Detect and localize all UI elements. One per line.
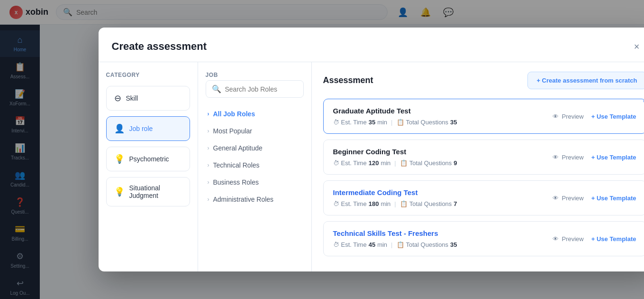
preview-label-intermediate: Preview [562,195,583,202]
est-time-label-beginner: Est. Time [341,159,367,167]
category-situational-judgment[interactable]: 💡 Situational Judgment [106,177,190,206]
card-actions-freshers: 👁 Preview + Use Template [553,235,636,243]
card-meta-beginner: ⏱ Est. Time 120 min | 📋 Total Questions … [333,159,457,167]
situational-judgment-icon: 💡 [114,187,125,197]
use-template-button-graduate[interactable]: + Use Template [591,113,636,120]
divider-graduate: | [391,119,392,126]
total-q-value-graduate: 35 [450,119,457,126]
assessment-header: Assessment + Create assessment from scra… [323,72,644,89]
est-time-freshers: ⏱ Est. Time 45 min [333,241,388,248]
calendar-icon-beginner: 📋 [400,159,408,167]
est-time-beginner: ⏱ Est. Time 120 min [333,159,391,167]
est-time-value-beginner: 120 [369,159,379,167]
chevron-popular-icon: › [208,128,209,134]
assessment-card-graduate-aptitude: Graduate Aptitude Test ⏱ Est. Time 35 mi… [323,99,644,134]
job-search-icon: 🔍 [212,84,221,93]
card-name-beginner: Beginner Coding Test [333,148,457,156]
preview-button-freshers[interactable]: 👁 Preview [553,235,583,243]
est-time-value-freshers: 45 [369,241,375,248]
min-label-beginner: min [381,159,390,167]
est-time-label-intermediate: Est. Time [341,200,367,207]
preview-button-beginner[interactable]: 👁 Preview [553,154,583,161]
total-q-beginner: 📋 Total Questions 9 [400,159,457,167]
total-q-value-intermediate: 7 [454,200,457,207]
category-panel: Category ⊖ Skill 👤 Job role 💡 Psychometr… [99,62,198,271]
modal-close-button[interactable]: × [629,39,644,54]
category-job-role-label: Job role [129,125,153,132]
card-meta-freshers: ⏱ Est. Time 45 min | 📋 Total Questions 3… [333,241,457,248]
total-q-freshers: 📋 Total Questions 35 [397,241,457,248]
preview-button-graduate[interactable]: 👁 Preview [553,113,583,120]
job-panel: Job 🔍 › All Job Roles › Most Popular › G… [198,62,312,271]
total-q-label-freshers: Total Questions [406,241,449,248]
chevron-admin-icon: › [208,196,209,203]
total-q-value-beginner: 9 [454,159,457,167]
total-q-graduate: 📋 Total Questions 35 [397,119,457,126]
clock-icon-intermediate: ⏱ [333,200,339,207]
card-left-intermediate: Intermediate Coding Test ⏱ Est. Time 180… [333,188,457,207]
job-search-wrap[interactable]: 🔍 [206,80,304,98]
clock-icon-freshers: ⏱ [333,241,339,248]
est-time-graduate: ⏱ Est. Time 35 min [333,119,388,126]
use-template-button-freshers[interactable]: + Use Template [591,235,636,243]
job-item-all[interactable]: › All Job Roles [206,105,304,122]
preview-button-intermediate[interactable]: 👁 Preview [553,195,583,202]
est-time-label-freshers: Est. Time [341,241,367,248]
job-item-technical-roles[interactable]: › Technical Roles [206,157,304,174]
preview-icon-graduate: 👁 [553,113,559,120]
clock-icon-beginner: ⏱ [333,159,339,167]
category-skill[interactable]: ⊖ Skill [106,86,190,111]
category-job-role[interactable]: 👤 Job role [106,116,190,141]
min-label-freshers: min [377,241,387,248]
job-item-most-popular[interactable]: › Most Popular [206,122,304,140]
divider-intermediate: | [394,200,396,207]
est-time-value-intermediate: 180 [369,200,379,207]
card-left-graduate: Graduate Aptitude Test ⏱ Est. Time 35 mi… [333,107,457,126]
use-template-button-intermediate[interactable]: + Use Template [591,195,636,202]
psychometric-icon: 💡 [114,154,125,164]
create-from-scratch-button[interactable]: + Create assessment from scratch [527,72,644,89]
modal-body: Category ⊖ Skill 👤 Job role 💡 Psychometr… [99,62,644,271]
card-name-freshers: Technical Skills Test - Freshers [333,229,457,237]
job-item-technical-label: Technical Roles [213,161,260,169]
total-q-label-beginner: Total Questions [409,159,452,167]
calendar-icon-freshers: 📋 [397,241,404,248]
est-time-value-graduate: 35 [369,119,375,126]
assessment-card-technical-freshers: Technical Skills Test - Freshers ⏱ Est. … [323,221,644,256]
preview-icon-intermediate: 👁 [553,195,559,202]
category-psychometric-label: Psychometric [129,155,169,163]
category-psychometric[interactable]: 💡 Psychometric [106,147,190,171]
use-template-button-beginner[interactable]: + Use Template [591,154,636,161]
job-search-input[interactable] [225,85,298,93]
card-meta-graduate: ⏱ Est. Time 35 min | 📋 Total Questions 3… [333,119,457,126]
job-item-all-label: All Job Roles [213,110,255,118]
job-item-aptitude-label: General Aptitude [213,144,263,152]
category-skill-label: Skill [126,94,138,102]
total-q-value-freshers: 35 [450,241,457,248]
job-item-business-roles[interactable]: › Business Roles [206,174,304,191]
card-left-beginner: Beginner Coding Test ⏱ Est. Time 120 min… [333,148,457,167]
chevron-business-icon: › [208,179,209,186]
calendar-icon-intermediate: 📋 [400,200,408,207]
card-name-graduate: Graduate Aptitude Test [333,107,457,115]
est-time-intermediate: ⏱ Est. Time 180 min [333,200,391,207]
preview-icon-freshers: 👁 [553,235,559,243]
assessment-panel: Assessment + Create assessment from scra… [312,62,644,271]
total-q-label-intermediate: Total Questions [409,200,452,207]
preview-label-freshers: Preview [562,235,583,243]
job-item-general-aptitude[interactable]: › General Aptitude [206,140,304,157]
job-label: Job [206,72,304,78]
total-q-intermediate: 📋 Total Questions 7 [400,200,457,207]
modal-header: Create assessment × [99,28,644,62]
preview-icon-beginner: 👁 [553,154,559,161]
preview-label-graduate: Preview [562,113,583,120]
chevron-technical-icon: › [208,162,209,168]
category-situational-judgment-label: Situational Judgment [129,184,182,199]
job-item-popular-label: Most Popular [213,127,252,135]
modal-title: Create assessment [112,40,207,53]
card-left-freshers: Technical Skills Test - Freshers ⏱ Est. … [333,229,457,248]
card-name-intermediate: Intermediate Coding Test [333,188,457,196]
assessment-card-intermediate-coding: Intermediate Coding Test ⏱ Est. Time 180… [323,180,644,215]
job-item-administrative-roles[interactable]: › Administrative Roles [206,191,304,208]
job-role-icon: 👤 [114,123,125,134]
